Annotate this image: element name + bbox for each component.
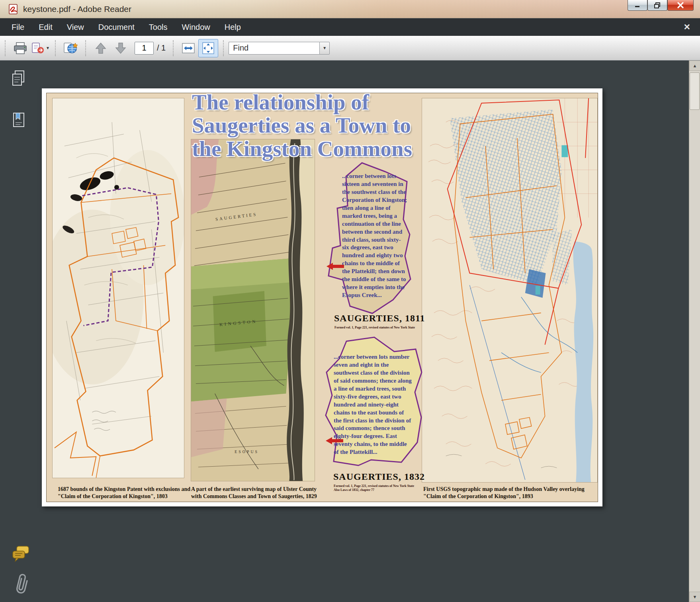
toolbar: ▼ / 1 <box>0 36 700 61</box>
toolbar-grip[interactable] <box>85 40 86 56</box>
quote-text-1811: ...corner between lots sixteen and seven… <box>342 172 408 299</box>
menu-window[interactable]: Window <box>176 20 216 34</box>
page-total-label: / 1 <box>157 43 166 53</box>
menu-file[interactable]: File <box>6 20 30 34</box>
caption-map-right: First USGS topographic map made of the H… <box>423 486 592 500</box>
map-kingston-patent-1687 <box>52 98 184 478</box>
maximize-icon <box>654 2 661 8</box>
toolbar-grip[interactable] <box>5 40 6 56</box>
print-button[interactable] <box>10 39 30 57</box>
fit-page-icon <box>201 42 215 55</box>
fit-width-icon <box>182 42 195 54</box>
window-title: keystone.pdf - Adobe Reader <box>23 4 131 14</box>
adobe-reader-window: keystone.pdf - Adobe Reader File Edit Vi… <box>0 0 700 602</box>
attachments-button[interactable] <box>13 573 29 596</box>
pdf-app-icon <box>8 4 18 14</box>
share-export-button[interactable]: ▼ <box>30 39 50 57</box>
bookmarks-panel-button[interactable] <box>11 111 27 131</box>
next-page-button[interactable] <box>111 39 131 57</box>
quote-text-1832: ...corner between lots number seven and … <box>334 353 413 456</box>
poster-content: SAUGERTIES KINGSTON ESOPUS <box>46 93 598 502</box>
red-arrow-1832 <box>326 437 343 446</box>
source-1832-line-2: Also Laws of 1832, chapter 77 <box>334 488 429 492</box>
share-export-icon <box>31 42 44 55</box>
comments-panel-button[interactable] <box>10 545 31 565</box>
toolbar-grip[interactable] <box>223 40 224 56</box>
find-input[interactable] <box>229 42 319 55</box>
vertical-scrollbar[interactable]: ▲ ▼ <box>689 61 700 602</box>
menubar-close-icon[interactable]: ✕ <box>683 22 690 32</box>
red-arrow-1811 <box>327 263 344 272</box>
fit-page-button[interactable] <box>198 39 218 57</box>
menu-help[interactable]: Help <box>219 20 247 34</box>
close-icon <box>677 2 684 8</box>
source-1832-line-1: Formed vol. 1, Page 221, revised statute… <box>334 484 429 488</box>
menu-document[interactable]: Document <box>92 20 141 34</box>
bookmarks-icon <box>11 111 27 130</box>
pdf-page: SAUGERTIES KINGSTON ESOPUS <box>42 88 602 506</box>
paperclip-icon <box>10 572 31 596</box>
poster-title: The relationship of Saugerties as a Town… <box>192 93 487 160</box>
globe-icon <box>63 41 78 55</box>
printer-icon <box>13 42 27 55</box>
map-label-esopus: ESOPUS <box>235 450 259 454</box>
up-arrow-icon <box>95 42 107 55</box>
menu-edit[interactable]: Edit <box>33 20 58 34</box>
caption-map-left: 1687 bounds of the Kingston Patent with … <box>58 486 191 500</box>
menubar: File Edit View Document Tools Window Hel… <box>0 18 700 36</box>
previous-page-button[interactable] <box>91 39 111 57</box>
poster-title-line-3: the Kingston Commons <box>192 137 487 160</box>
source-saugerties-1832: Formed vol. 1, Page 221, revised statute… <box>334 484 429 492</box>
map-ulster-county-1829: SAUGERTIES KINGSTON ESOPUS <box>191 139 315 481</box>
find-toolbar: ▼ <box>229 42 330 55</box>
scrollbar-thumb[interactable] <box>690 72 700 110</box>
find-dropdown-icon: ▼ <box>323 46 327 50</box>
quote-block-1811: ...corner between lots sixteen and seven… <box>325 160 415 317</box>
toolbar-grip[interactable] <box>55 40 56 56</box>
label-saugerties-1811: SAUGERTIES, 1811 <box>334 313 425 324</box>
source-saugerties-1811: Formed vol. 1, Page 221, revised statute… <box>334 326 430 330</box>
web-collaborate-button[interactable] <box>61 39 80 57</box>
titlebar[interactable]: keystone.pdf - Adobe Reader <box>0 0 700 18</box>
minimize-icon <box>634 2 641 8</box>
share-dropdown-icon[interactable]: ▼ <box>46 46 50 50</box>
comments-icon <box>10 545 31 563</box>
maximize-button[interactable] <box>647 0 667 11</box>
scroll-up-button[interactable]: ▲ <box>689 61 700 71</box>
page-number-input[interactable] <box>135 42 154 55</box>
quote-block-1832: ...corner between lots number seven and … <box>323 336 425 468</box>
find-dropdown-button[interactable]: ▼ <box>319 42 330 55</box>
down-arrow-icon <box>115 42 127 55</box>
menu-tools[interactable]: Tools <box>143 20 174 34</box>
minimize-button[interactable] <box>628 0 647 11</box>
document-area: SAUGERTIES KINGSTON ESOPUS <box>0 61 700 602</box>
poster-title-line-1: The relationship of <box>192 93 487 114</box>
poster-title-line-2: Saugerties as a Town to <box>192 114 487 137</box>
fit-width-button[interactable] <box>178 39 198 57</box>
menu-view[interactable]: View <box>61 20 90 34</box>
toolbar-grip[interactable] <box>173 40 174 56</box>
label-saugerties-1832: SAUGERTIES, 1832 <box>333 471 425 482</box>
pages-icon <box>11 69 27 88</box>
caption-map-middle: A part of the earliest surviving map of … <box>191 486 327 500</box>
scroll-down-button[interactable]: ▼ <box>689 592 700 602</box>
pages-panel-button[interactable] <box>11 69 27 90</box>
close-button[interactable] <box>667 0 694 11</box>
